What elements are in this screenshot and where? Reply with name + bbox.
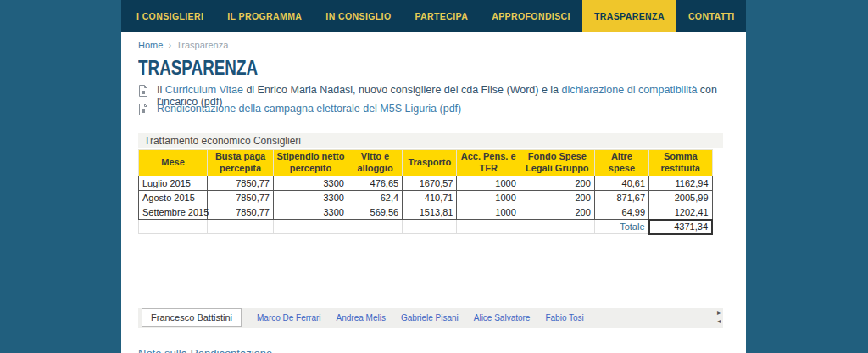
- document-icon: [138, 104, 149, 118]
- main-content: Home › Trasparenza TRASPARENZA Il Curric…: [121, 32, 746, 353]
- cell-value: 200: [520, 191, 594, 205]
- col-header-stipendio-netto: Stipendio netto percepito: [273, 150, 348, 176]
- cell-value: 1000: [457, 191, 520, 205]
- nav-item-i-consiglieri[interactable]: I CONSIGLIERI: [125, 0, 215, 32]
- cell-value: 3300: [273, 176, 348, 191]
- cell-empty: [273, 220, 348, 234]
- cell-empty: [520, 220, 594, 234]
- cell-value: 1162,94: [649, 176, 712, 191]
- table-total-row: Totale 4371,34: [139, 220, 713, 234]
- cell-empty: [457, 220, 520, 234]
- scroll-right-icon[interactable]: ▸: [717, 309, 721, 317]
- table-header-row: Mese Busta paga percepita Stipendio nett…: [139, 150, 713, 176]
- cell-value: 1202,41: [649, 205, 712, 220]
- nav-item-il-programma[interactable]: IL PROGRAMMA: [215, 0, 314, 32]
- tab-francesco-battistini[interactable]: Francesco Battistini: [142, 308, 242, 327]
- cell-value: 476,65: [348, 176, 402, 191]
- note-rendicontazione-link[interactable]: Note sulla Rendicontazione: [138, 347, 272, 353]
- nav-item-partecipa[interactable]: PARTECIPA: [403, 0, 480, 32]
- page-title: TRASPARENZA: [138, 57, 618, 80]
- cell-empty: [403, 220, 457, 234]
- col-header-vitto-alloggio: Vitto e alloggio: [348, 150, 402, 176]
- doc1-link-curriculum[interactable]: Curriculum Vitae: [165, 84, 243, 96]
- cell-value: 1513,81: [403, 205, 457, 220]
- breadcrumb-home-link[interactable]: Home: [138, 40, 163, 50]
- content-column: I CONSIGLIERI IL PROGRAMMA IN CONSIGLIO …: [121, 0, 746, 353]
- cell-value: 569,56: [348, 205, 402, 220]
- cell-value: 62,4: [348, 191, 402, 205]
- cell-value: 200: [520, 176, 594, 191]
- nav-item-trasparenza[interactable]: TRASPARENZA: [582, 0, 676, 32]
- doc2-link-rendicontazione[interactable]: Rendicontazione della campagna elettoral…: [157, 103, 461, 115]
- cell-empty: [139, 220, 208, 234]
- cell-value: 7850,77: [208, 176, 274, 191]
- tab-gabriele-pisani[interactable]: Gabriele Pisani: [401, 313, 459, 322]
- cell-value: 64,99: [594, 205, 648, 220]
- cell-value: 1000: [457, 176, 520, 191]
- cell-value: 7850,77: [208, 205, 274, 220]
- cell-value: 1670,57: [403, 176, 457, 191]
- tab-marco-de-ferrari[interactable]: Marco De Ferrari: [257, 313, 321, 322]
- cell-empty: [208, 220, 274, 234]
- col-header-altre-spese: Altre spese: [594, 150, 648, 176]
- table-row: Settembre 2015 7850,77 3300 569,56 1513,…: [139, 205, 713, 220]
- table-title: Trattamento economico Consiglieri: [138, 133, 723, 148]
- breadcrumb-current: Trasparenza: [176, 40, 228, 50]
- cell-value: 3300: [273, 191, 348, 205]
- economic-table: Mese Busta paga percepita Stipendio nett…: [138, 149, 713, 235]
- cell-value: 410,71: [403, 191, 457, 205]
- col-header-somma-restituita: Somma restituita: [649, 150, 712, 176]
- doc1-text-1: Il: [157, 84, 165, 96]
- total-label: Totale: [594, 220, 648, 234]
- breadcrumb-separator: ›: [168, 40, 171, 50]
- total-value: 4371,34: [649, 220, 712, 234]
- nav-item-in-consiglio[interactable]: IN CONSIGLIO: [314, 0, 403, 32]
- doc1-text-2: di Enrico Maria Nadasi, nuovo consiglier…: [243, 84, 562, 96]
- col-header-mese: Mese: [139, 150, 208, 176]
- document-link-row: Il Curriculum Vitae di Enrico Maria Nada…: [138, 84, 723, 103]
- cell-value: 3300: [273, 205, 348, 220]
- document-icon: [138, 85, 149, 99]
- cell-mese: Luglio 2015: [139, 176, 208, 191]
- tab-scroll-arrows: ▸ ◂: [717, 309, 721, 326]
- tab-alice-salvatore[interactable]: Alice Salvatore: [474, 313, 531, 322]
- table-row: Agosto 2015 7850,77 3300 62,4 410,71 100…: [139, 191, 713, 205]
- col-header-trasporto: Trasporto: [403, 150, 457, 176]
- cell-value: 871,67: [594, 191, 648, 205]
- consigliere-tabs: Francesco Battistini Marco De Ferrari An…: [138, 308, 723, 328]
- col-header-fondo-spese: Fondo Spese Legali Gruppo: [520, 150, 594, 176]
- table-row: Luglio 2015 7850,77 3300 476,65 1670,57 …: [139, 176, 713, 191]
- tab-fabio-tosi[interactable]: Fabio Tosi: [545, 313, 583, 322]
- cell-mese: Settembre 2015: [139, 205, 208, 220]
- cell-value: 1000: [457, 205, 520, 220]
- doc1-link-dichiarazione[interactable]: dichiarazione di compatibilità: [562, 84, 698, 96]
- cell-empty: [348, 220, 402, 234]
- main-nav: I CONSIGLIERI IL PROGRAMMA IN CONSIGLIO …: [121, 0, 746, 32]
- nav-item-contatti[interactable]: CONTATTI: [676, 0, 747, 32]
- cell-value: 40,61: [594, 176, 648, 191]
- document-link-text: Rendicontazione della campagna elettoral…: [157, 103, 461, 115]
- cell-value: 200: [520, 205, 594, 220]
- col-header-acc-pens-tfr: Acc. Pens. e TFR: [457, 150, 520, 176]
- nav-item-approfondisci[interactable]: APPROFONDISCI: [480, 0, 582, 32]
- scroll-left-icon[interactable]: ◂: [717, 317, 721, 326]
- cell-value: 7850,77: [208, 191, 274, 205]
- breadcrumb: Home › Trasparenza: [138, 32, 723, 50]
- cell-value: 2005,99: [649, 191, 712, 205]
- col-header-busta-paga: Busta paga percepita: [208, 150, 274, 176]
- tab-andrea-melis[interactable]: Andrea Melis: [337, 313, 386, 322]
- cell-mese: Agosto 2015: [139, 191, 208, 205]
